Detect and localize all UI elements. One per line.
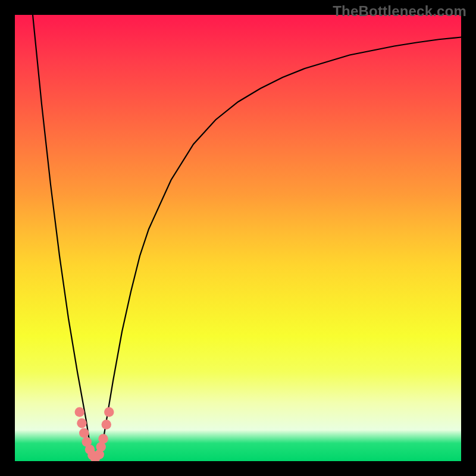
watermark-text: TheBottleneck.com bbox=[333, 3, 466, 20]
curve-marker bbox=[98, 434, 108, 444]
curve-marker bbox=[75, 407, 85, 417]
chart-svg bbox=[15, 15, 461, 461]
bottleneck-curve bbox=[33, 15, 461, 461]
curve-marker bbox=[102, 419, 112, 430]
plot-area bbox=[15, 15, 461, 461]
curve-marker bbox=[79, 428, 89, 439]
chart-frame: TheBottleneck.com bbox=[0, 0, 476, 476]
curve-marker bbox=[77, 418, 87, 428]
curve-marker bbox=[104, 407, 114, 417]
marker-group bbox=[75, 407, 114, 461]
